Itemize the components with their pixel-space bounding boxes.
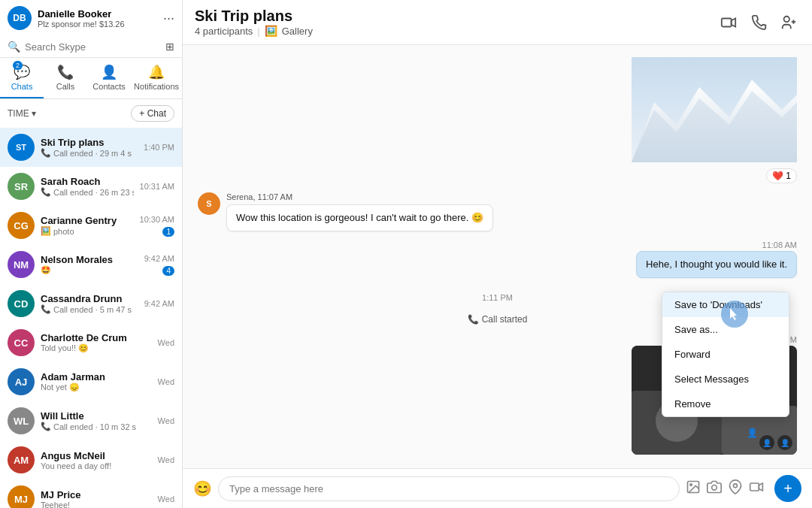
svg-text:👤: 👤	[747, 427, 758, 438]
add-button[interactable]: +	[774, 475, 801, 502]
main-area: Ski Trip plans 4 participants | 🖼️ Galle…	[183, 0, 812, 508]
chat-item-sarah-roach[interactable]: SR Sarah Roach 📞 Call ended · 26 m 23 s …	[0, 167, 182, 206]
chat-item-carianne-gentry[interactable]: CG Carianne Gentry 🖼️ photo 10:30 AM 1	[0, 206, 182, 245]
chat-item-time: Wed	[158, 494, 174, 503]
chat-avatar: ST	[8, 134, 35, 161]
grid-icon[interactable]: ⊞	[165, 41, 174, 53]
chat-item-name: Will Little	[41, 410, 152, 422]
own-message-bubble: Hehe, I thought you would like it.	[636, 251, 797, 278]
location-button[interactable]	[728, 479, 743, 498]
chat-item-adam-jarman[interactable]: AJ Adam Jarman Not yet 😞 Wed	[0, 362, 182, 401]
chats-badge: 2	[13, 61, 23, 70]
add-participant-button[interactable]	[777, 11, 800, 34]
video-call-button[interactable]	[717, 11, 740, 34]
chat-item-info: Cassandra Drunn 📞 Call ended · 5 m 47 s	[41, 293, 138, 314]
chat-item-charlotte-de-crum[interactable]: CC Charlotte De Crum Told you!! 😊 Wed	[0, 323, 182, 362]
gallery-icon: 🖼️	[265, 25, 277, 37]
tab-chats[interactable]: 💬 Chats 2	[0, 58, 44, 98]
chat-item-info: Will Little 📞 Call ended · 10 m 32 s	[41, 410, 152, 431]
profile-bar: DB Danielle Booker Plz sponsor me! $13.2…	[0, 0, 182, 36]
message-bubble: Wow this location is gorgeous! I can't w…	[226, 204, 493, 231]
chat-item-time: 10:30 AM	[140, 215, 174, 224]
camera-button[interactable]	[707, 479, 722, 498]
chat-item-info: Ski Trip plans 📞 Call ended · 29 m 4 s	[41, 137, 138, 158]
attach-button[interactable]	[686, 479, 701, 498]
notifications-icon: 🔔	[148, 64, 165, 80]
search-bar: 🔍 ⊞	[0, 36, 182, 58]
chat-item-preview: Told you!! 😊	[41, 343, 152, 353]
voice-call-button[interactable]	[747, 11, 770, 34]
svg-rect-0	[722, 18, 732, 26]
sent-image-group: ❤️ 1	[198, 57, 797, 183]
chat-item-time: Wed	[158, 338, 174, 347]
emoji-button[interactable]: 😊	[193, 479, 212, 497]
header-actions	[717, 11, 800, 34]
heart-reaction[interactable]: ❤️ 1	[766, 168, 797, 183]
profile-info: Danielle Booker Plz sponsor me! $13.26	[38, 8, 157, 29]
chat-item-time: 9:42 AM	[144, 299, 174, 308]
chat-item-preview: 📞 Call ended · 10 m 32 s	[41, 422, 152, 431]
chat-item-angus-mcneil[interactable]: AM Angus McNeil You need a day off! Wed	[0, 440, 182, 479]
chat-item-info: Nelson Morales 🤩	[41, 254, 138, 275]
chat-header: Ski Trip plans 4 participants | 🖼️ Galle…	[183, 0, 812, 45]
context-menu-save-downloads[interactable]: Save to 'Downloads'	[662, 292, 789, 317]
chat-item-time: 9:42 AM	[144, 254, 174, 263]
chat-avatar: SR	[8, 173, 35, 200]
chat-avatar: CG	[8, 212, 35, 239]
contacts-icon: 👤	[101, 64, 117, 80]
chat-item-time: 1:40 PM	[144, 143, 174, 152]
chat-item-info: Angus McNeil You need a day off!	[41, 450, 152, 470]
chat-item-cassandra-drunn[interactable]: CD Cassandra Drunn 📞 Call ended · 5 m 47…	[0, 284, 182, 323]
chat-item-info: Charlotte De Crum Told you!! 😊	[41, 332, 152, 353]
chat-avatar: AJ	[8, 368, 35, 395]
chat-item-mj-price[interactable]: MJ MJ Price Teehee! Wed	[0, 479, 182, 508]
chat-avatar: AM	[8, 446, 35, 473]
chat-item-name: Carianne Gentry	[41, 215, 134, 226]
chat-item-name: Sarah Roach	[41, 176, 134, 187]
context-menu-select-messages[interactable]: Select Messages	[662, 367, 789, 392]
chat-item-will-little[interactable]: WL Will Little 📞 Call ended · 10 m 32 s …	[0, 401, 182, 440]
profile-name: Danielle Booker	[38, 8, 157, 20]
search-input[interactable]	[25, 41, 161, 53]
chat-item-preview: 🤩	[41, 265, 138, 275]
chat-item-ski-trip[interactable]: ST Ski Trip plans 📞 Call ended · 29 m 4 …	[0, 128, 182, 167]
message-input[interactable]	[218, 476, 680, 501]
context-menu: Save to 'Downloads' Save as... Forward S…	[662, 292, 789, 417]
avatar-icon-2: 👤	[777, 435, 792, 450]
chat-item-preview: 📞 Call ended · 5 m 47 s	[41, 304, 138, 314]
tab-notifications[interactable]: 🔔 Notifications	[131, 58, 182, 98]
chat-avatar: NM	[8, 251, 35, 278]
sent-image[interactable]	[632, 57, 797, 162]
serena-avatar: S	[198, 192, 220, 215]
new-chat-button[interactable]: + Chat	[131, 105, 174, 122]
svg-point-14	[690, 483, 692, 485]
chat-header-text: Ski Trip plans 4 participants | 🖼️ Galle…	[195, 8, 313, 37]
chat-item-preview: Not yet 😞	[41, 383, 152, 392]
unread-badge: 1	[162, 227, 174, 237]
chat-item-nelson-morales[interactable]: NM Nelson Morales 🤩 9:42 AM 4	[0, 245, 182, 284]
context-menu-save-as[interactable]: Save as...	[662, 317, 789, 342]
time-sort-label[interactable]: TIME ▾	[8, 108, 36, 119]
context-menu-remove[interactable]: Remove	[662, 392, 789, 416]
chat-item-time: Wed	[158, 416, 174, 425]
video-button[interactable]	[749, 479, 764, 498]
unread-badge: 4	[162, 266, 174, 276]
chat-item-preview: 📞 Call ended · 26 m 23 s	[41, 187, 134, 197]
svg-rect-17	[750, 483, 759, 491]
input-bar: 😊 +	[183, 468, 812, 508]
more-options-button[interactable]: ···	[163, 11, 174, 26]
chat-item-info: Carianne Gentry 🖼️ photo	[41, 215, 134, 236]
own-message-group: 11:08 AM Hehe, I thought you would like …	[198, 240, 797, 278]
chat-item-preview: Teehee!	[41, 500, 152, 509]
chat-avatar: WL	[8, 407, 35, 434]
context-menu-forward[interactable]: Forward	[662, 342, 789, 367]
input-actions	[686, 479, 764, 498]
chat-item-name: Ski Trip plans	[41, 137, 138, 148]
tab-contacts[interactable]: 👤 Contacts	[87, 58, 131, 98]
chat-item-name: Adam Jarman	[41, 371, 152, 383]
chat-item-info: Sarah Roach 📞 Call ended · 26 m 23 s	[41, 176, 134, 197]
chat-item-name: Nelson Morales	[41, 254, 138, 265]
search-icon: 🔍	[8, 41, 20, 53]
tab-calls[interactable]: 📞 Calls	[44, 58, 87, 98]
svg-point-15	[712, 485, 717, 490]
